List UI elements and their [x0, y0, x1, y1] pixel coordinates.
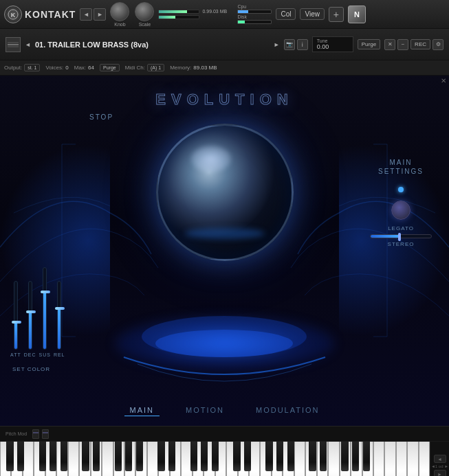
pitch-mod-area: Pitch Mod: [0, 427, 449, 442]
pitch-slider-1[interactable]: [32, 429, 39, 439]
nav-left-btn[interactable]: ◄: [80, 8, 92, 21]
scale-control[interactable]: [135, 2, 154, 21]
white-key[interactable]: [181, 442, 192, 476]
white-key[interactable]: [158, 442, 169, 476]
inst-controls: 📷 i: [284, 39, 308, 50]
meter-bar-2: [158, 15, 199, 19]
white-key[interactable]: [23, 442, 34, 476]
dec-thumb[interactable]: [26, 310, 36, 313]
rec-button[interactable]: REC: [410, 39, 430, 49]
white-key[interactable]: [215, 442, 226, 476]
white-key[interactable]: [249, 442, 260, 476]
close-icon[interactable]: ✕: [384, 39, 395, 50]
white-key[interactable]: [362, 442, 373, 476]
white-key[interactable]: [226, 442, 237, 476]
white-key[interactable]: [294, 442, 305, 476]
white-key[interactable]: [373, 442, 384, 476]
white-key[interactable]: [56, 442, 67, 476]
white-key[interactable]: [317, 442, 328, 476]
white-key[interactable]: [204, 442, 215, 476]
white-keys[interactable]: [0, 442, 430, 476]
col-button[interactable]: Col: [276, 8, 296, 20]
output-param: Output: st. 1: [4, 64, 40, 71]
tune-value: 0.00: [317, 43, 349, 50]
set-color-button[interactable]: SET COLOR: [12, 366, 50, 372]
midi-param: Midi Ch: (A) 1: [125, 64, 165, 71]
white-key[interactable]: [260, 442, 271, 476]
kbd-nav-left[interactable]: ◄: [434, 455, 446, 463]
arrow-left-icon[interactable]: ◄: [25, 41, 31, 48]
plugin-close-button[interactable]: ✕: [441, 77, 446, 84]
white-key[interactable]: [91, 442, 102, 476]
info-icon[interactable]: i: [297, 39, 308, 50]
purge-dropdown[interactable]: Purge: [100, 64, 120, 71]
white-key[interactable]: [170, 442, 181, 476]
white-key[interactable]: [113, 442, 124, 476]
legato-slider[interactable]: [370, 234, 432, 238]
bottom-tabs: MAIN MOTION MODULATION: [124, 405, 325, 416]
white-key[interactable]: [272, 442, 283, 476]
meter-fill-2: [159, 16, 175, 19]
dec-slider: DEC: [24, 281, 36, 357]
main-knob-control[interactable]: [156, 124, 294, 261]
main-knob-container: [156, 124, 294, 261]
camera-icon[interactable]: 📷: [284, 39, 295, 50]
white-key[interactable]: [102, 442, 113, 476]
white-key[interactable]: [147, 442, 158, 476]
white-key[interactable]: [238, 442, 249, 476]
nav-right-btn[interactable]: ►: [94, 8, 106, 21]
tab-main[interactable]: MAIN: [124, 405, 160, 416]
legato-slider-thumb[interactable]: [398, 233, 401, 241]
knob-control[interactable]: [110, 2, 129, 21]
top-cpu-info: Cpu Disk: [237, 4, 272, 24]
add-button[interactable]: +: [329, 7, 344, 22]
white-key[interactable]: [79, 442, 90, 476]
white-key[interactable]: [328, 442, 339, 476]
nav-arrows: ◄ ►: [80, 8, 106, 21]
midi-dropdown[interactable]: (A) 1: [147, 64, 164, 71]
white-key[interactable]: [193, 442, 204, 476]
white-key[interactable]: [135, 442, 146, 476]
arrow-right-icon[interactable]: ►: [274, 41, 280, 48]
instrument-icon: [6, 37, 21, 52]
white-key[interactable]: [11, 442, 22, 476]
minus-icon[interactable]: −: [397, 39, 408, 50]
white-key[interactable]: [283, 442, 294, 476]
white-key[interactable]: [124, 442, 135, 476]
small-knob-control[interactable]: [391, 201, 410, 220]
legato-label: LEGATO: [363, 225, 439, 231]
sus-fill: [43, 292, 46, 349]
settings-icon[interactable]: ⚙: [432, 39, 443, 50]
instrument-header: ◄ 01. TRAILER LOW BRASS (8va) ► 📷 i Tune…: [0, 29, 449, 60]
white-key[interactable]: [68, 442, 79, 476]
dec-track[interactable]: [28, 281, 32, 350]
white-key[interactable]: [34, 442, 45, 476]
tab-modulation[interactable]: MODULATION: [250, 405, 325, 416]
kbd-nav-right[interactable]: ►: [434, 470, 446, 476]
att-label: ATT: [10, 352, 21, 357]
white-key[interactable]: [340, 442, 351, 476]
white-key[interactable]: [396, 442, 407, 476]
white-key[interactable]: [305, 442, 316, 476]
white-key[interactable]: [419, 442, 430, 476]
white-key[interactable]: [407, 442, 418, 476]
purge-button[interactable]: Purge: [358, 39, 380, 49]
pitch-slider-2[interactable]: [42, 429, 49, 439]
cpu-bar: [237, 10, 272, 14]
sus-track[interactable]: [43, 267, 47, 350]
white-key[interactable]: [45, 442, 56, 476]
white-key[interactable]: [0, 442, 11, 476]
view-button[interactable]: View: [300, 8, 325, 20]
tab-motion[interactable]: MOTION: [180, 405, 230, 416]
att-track[interactable]: [14, 281, 18, 350]
sus-thumb[interactable]: [41, 291, 50, 293]
output-dropdown[interactable]: st. 1: [24, 64, 40, 71]
rel-thumb[interactable]: [55, 307, 65, 310]
stop-label[interactable]: STOP: [89, 113, 113, 121]
rel-fill: [58, 308, 61, 349]
white-key[interactable]: [351, 442, 362, 476]
white-key[interactable]: [384, 442, 395, 476]
legato-dot: [398, 187, 404, 192]
att-thumb[interactable]: [12, 321, 21, 324]
rel-track[interactable]: [57, 281, 61, 350]
